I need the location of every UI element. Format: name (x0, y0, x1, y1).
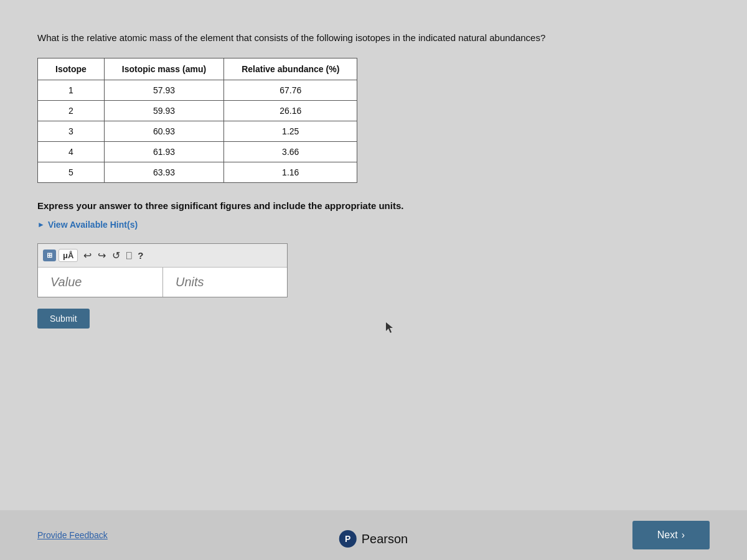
bottom-bar: Provide Feedback P Pearson Next › (0, 510, 747, 560)
col-header-abundance: Relative abundance (%) (224, 58, 357, 80)
format-icon[interactable]: ⊞ (43, 250, 56, 261)
pearson-text: Pearson (362, 532, 408, 546)
hint-arrow-icon: ► (37, 220, 45, 229)
cell-mass: 57.93 (104, 80, 223, 100)
next-label: Next (657, 530, 678, 541)
question-text: What is the relative atomic mass of the … (37, 31, 548, 45)
cell-isotope: 2 (38, 100, 105, 121)
table-row: 259.9326.16 (38, 100, 357, 121)
cell-isotope: 3 (38, 121, 105, 141)
cell-mass: 63.93 (104, 162, 223, 182)
table-row: 563.931.16 (38, 162, 357, 182)
pearson-p-letter: P (345, 534, 350, 544)
redo-button[interactable]: ↪ (95, 248, 109, 263)
pearson-footer: P Pearson (339, 530, 408, 548)
hint-link[interactable]: ► View Available Hint(s) (37, 220, 710, 230)
table-row: 157.9367.76 (38, 80, 357, 100)
table-row: 461.933.66 (38, 141, 357, 162)
isotope-table: Isotope Isotopic mass (amu) Relative abu… (37, 58, 357, 183)
svg-marker-0 (386, 322, 393, 333)
pearson-logo-icon: P (339, 530, 357, 548)
cell-abundance: 67.76 (224, 80, 357, 100)
cell-abundance: 26.16 (224, 100, 357, 121)
refresh-button[interactable]: ↺ (109, 248, 123, 263)
cell-mass: 61.93 (104, 141, 223, 162)
cell-isotope: 5 (38, 162, 105, 182)
units-input[interactable] (162, 268, 287, 297)
cell-abundance: 3.66 (224, 141, 357, 162)
col-header-isotope: Isotope (38, 58, 105, 80)
cell-isotope: 4 (38, 141, 105, 162)
cursor (386, 322, 393, 334)
provide-feedback-link[interactable]: Provide Feedback (37, 530, 108, 540)
cell-mass: 59.93 (104, 100, 223, 121)
cell-isotope: 1 (38, 80, 105, 100)
cell-abundance: 1.16 (224, 162, 357, 182)
col-header-mass: Isotopic mass (amu) (104, 58, 223, 80)
hint-label: View Available Hint(s) (48, 220, 138, 230)
next-button[interactable]: Next › (632, 521, 710, 549)
answer-toolbar: ⊞ μÅ ↩ ↪ ↺ ⎕ ? (38, 244, 287, 268)
answer-inputs (38, 268, 287, 297)
mu-a-button[interactable]: μÅ (59, 249, 78, 262)
table-row: 360.931.25 (38, 121, 357, 141)
help-button[interactable]: ? (134, 248, 146, 263)
cell-abundance: 1.25 (224, 121, 357, 141)
keyboard-button[interactable]: ⎕ (123, 248, 134, 262)
undo-button[interactable]: ↩ (80, 248, 95, 263)
page-container: What is the relative atomic mass of the … (0, 0, 747, 560)
value-input[interactable] (38, 268, 162, 297)
next-chevron-icon: › (682, 530, 685, 541)
submit-button[interactable]: Submit (37, 309, 90, 329)
instructions-text: Express your answer to three significant… (37, 200, 548, 211)
cell-mass: 60.93 (104, 121, 223, 141)
answer-box: ⊞ μÅ ↩ ↪ ↺ ⎕ ? (37, 243, 288, 297)
